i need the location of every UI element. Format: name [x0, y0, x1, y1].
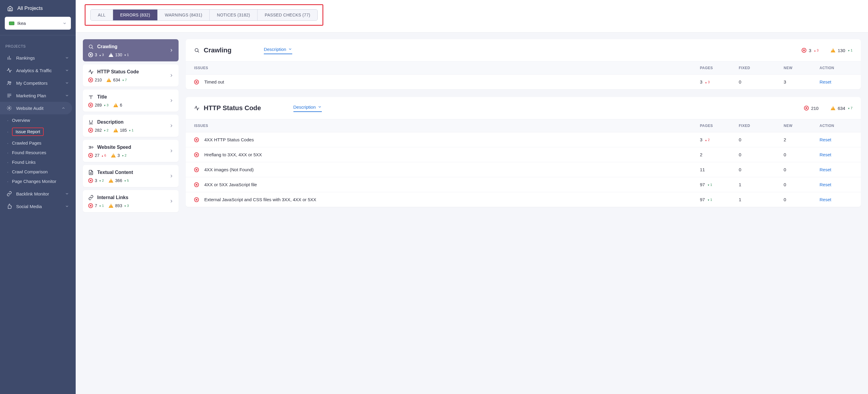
- warning-count: 634: [838, 106, 845, 111]
- header-fixed: FIXED: [739, 66, 784, 70]
- delta-down: 3: [103, 103, 108, 107]
- error-count: 289: [95, 103, 102, 108]
- pages-value: 97: [700, 197, 705, 202]
- issue-name: 4XX images (Not Found): [204, 167, 254, 172]
- reset-link[interactable]: Reset: [819, 79, 831, 84]
- chevron-right-icon: [169, 199, 174, 204]
- reset-link[interactable]: Reset: [819, 197, 831, 202]
- project-name: Ikea: [17, 21, 26, 26]
- category-card-textual-content[interactable]: Textual Content 32 3665: [83, 165, 179, 187]
- chevron-down-icon: [65, 68, 69, 73]
- topbar: ALLERRORS (832)WARNINGS (8431)NOTICES (3…: [76, 0, 868, 33]
- category-card-description[interactable]: Description 2822 1851: [83, 115, 179, 137]
- delta-down: 1: [129, 129, 133, 132]
- divider: [0, 35, 76, 35]
- nav-item-social-media[interactable]: Social Media: [0, 200, 76, 213]
- pulse-icon: [7, 68, 12, 73]
- tab-notices[interactable]: NOTICES (3182): [210, 9, 257, 20]
- table-row[interactable]: Hreflang to 3XX, 4XX or 5XX 2 0 0 Reset: [186, 147, 861, 162]
- nav-item-analytics-traffic[interactable]: Analytics & Traffic: [0, 64, 76, 77]
- error-count: 27: [95, 153, 100, 158]
- link-icon: [88, 195, 94, 200]
- sub-item-found-links[interactable]: Found Links: [0, 158, 76, 167]
- detail-column: Crawling Description 33 1301 ISSUES PAGE…: [186, 39, 861, 387]
- delta-down: 7: [122, 78, 127, 82]
- error-count: 210: [811, 106, 819, 111]
- project-selector[interactable]: Ikea: [5, 17, 71, 30]
- sub-item-crawl-comparison[interactable]: Crawl Comparison: [0, 167, 76, 177]
- nav-item-rankings[interactable]: Rankings: [0, 52, 76, 64]
- category-name: Website Speed: [97, 145, 131, 150]
- bar-icon: [7, 55, 12, 60]
- speed-icon: [88, 145, 94, 150]
- doc-icon: [88, 170, 94, 175]
- table-row[interactable]: External JavaScript and CSS files with 3…: [186, 192, 861, 207]
- tab-all[interactable]: ALL: [91, 9, 113, 20]
- section-crawling: Crawling Description 33 1301 ISSUES PAGE…: [186, 39, 861, 89]
- tab-warnings[interactable]: WARNINGS (8431): [158, 9, 210, 20]
- new-value: 0: [784, 167, 819, 172]
- sub-item-crawled-pages[interactable]: Crawled Pages: [0, 138, 76, 148]
- sub-label: Overview: [12, 118, 30, 123]
- reset-link[interactable]: Reset: [819, 167, 831, 172]
- section-title: Crawling: [204, 47, 231, 54]
- sub-label: Found Links: [12, 160, 36, 165]
- nav-item-website-audit[interactable]: Website Audit: [0, 102, 72, 114]
- pulse-icon: [194, 105, 199, 111]
- desc-label: Description: [264, 47, 286, 52]
- header-pages: PAGES: [700, 66, 739, 70]
- table-row[interactable]: 4XX images (Not Found) 11 0 0 Reset: [186, 162, 861, 177]
- header-issues: ISSUES: [194, 66, 700, 70]
- warning-icon: [108, 178, 113, 182]
- sub-item-found-resources[interactable]: Found Resources: [0, 148, 76, 158]
- nav-item-marketing-plan[interactable]: Marketing Plan: [0, 89, 76, 102]
- audit-icon: [7, 105, 12, 111]
- new-value: 3: [784, 79, 819, 84]
- issue-name: External JavaScript and CSS files with 3…: [204, 197, 316, 202]
- header-new: NEW: [784, 124, 819, 128]
- fixed-value: 1: [739, 182, 784, 187]
- sub-item-overview[interactable]: Overview: [0, 116, 76, 125]
- delta-down: 7: [848, 106, 852, 110]
- description-dropdown[interactable]: Description: [293, 105, 322, 112]
- tab-passed[interactable]: PASSED CHECKS (77): [257, 9, 317, 20]
- issue-name: Hreflang to 3XX, 4XX or 5XX: [204, 152, 262, 157]
- chevron-right-icon: [169, 73, 174, 78]
- error-icon: [194, 167, 199, 172]
- table-header: ISSUES PAGES FIXED NEW ACTION: [186, 119, 861, 132]
- category-card-internal-links[interactable]: Internal Links 71 8933: [83, 190, 179, 212]
- all-projects-link[interactable]: All Projects: [0, 0, 76, 17]
- pages-value: 97: [700, 182, 705, 187]
- reset-link[interactable]: Reset: [819, 152, 831, 157]
- category-card-website-speed[interactable]: Website Speed 276 32: [83, 140, 179, 162]
- fixed-value: 0: [739, 152, 784, 157]
- table-row[interactable]: 4XX HTTP Status Codes 32 0 2 Reset: [186, 132, 861, 147]
- description-dropdown[interactable]: Description: [264, 47, 292, 54]
- sub-item-issue-report[interactable]: Issue Report: [0, 125, 76, 138]
- table-row[interactable]: Timed out 33 0 3 Reset: [186, 75, 861, 89]
- category-card-http-status-code[interactable]: HTTP Status Code 210 6347: [83, 64, 179, 86]
- category-name: Title: [97, 94, 107, 100]
- reset-link[interactable]: Reset: [819, 137, 831, 142]
- sub-item-page-changes-monitor[interactable]: Page Changes Monitor: [0, 177, 76, 186]
- delta-down: 2: [122, 153, 126, 157]
- nav-item-my-competitors[interactable]: My Competitors: [0, 77, 76, 89]
- sub-label: Page Changes Monitor: [12, 179, 56, 184]
- new-value: 0: [784, 152, 819, 157]
- sidebar: All Projects Ikea PROJECTS Rankings Anal…: [0, 0, 76, 394]
- new-value: 2: [784, 137, 819, 142]
- table-row[interactable]: 4XX or 5XX JavaScript file 971 1 0 Reset: [186, 177, 861, 192]
- category-card-crawling[interactable]: Crawling 33 1301: [83, 39, 179, 61]
- nav-label: Marketing Plan: [16, 93, 46, 98]
- delta-down: 1: [707, 183, 712, 187]
- chevron-down-icon: [65, 93, 69, 97]
- nav-label: Website Audit: [16, 106, 43, 111]
- category-card-title[interactable]: Title 2893 6: [83, 89, 179, 112]
- reset-link[interactable]: Reset: [819, 182, 831, 187]
- warning-count: 366: [115, 178, 122, 183]
- chevron-down-icon: [65, 56, 69, 60]
- chevron-right-icon: [169, 148, 174, 153]
- tab-errors[interactable]: ERRORS (832): [113, 9, 158, 20]
- nav-item-backlink-monitor[interactable]: Backlink Monitor: [0, 188, 76, 200]
- warning-icon: [111, 153, 116, 158]
